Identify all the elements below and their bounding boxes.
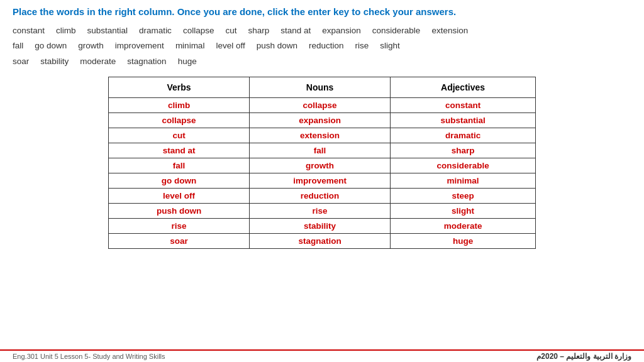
table-row: improvement: [250, 173, 391, 188]
footer-left: Eng.301 Unit 5 Lesson 5- Study and Writi…: [13, 353, 165, 360]
table-row: fall: [250, 143, 391, 158]
word-bank-item: dramatic: [139, 23, 172, 38]
word-bank-item: push down: [257, 38, 297, 53]
word-bank-item: stagnation: [127, 54, 166, 69]
table-row: extension: [250, 128, 391, 143]
table-row: level off: [109, 188, 250, 203]
categorization-table: Verbs Nouns Adjectives climbcollapsecons…: [108, 77, 536, 249]
table-row: rise: [250, 203, 391, 218]
word-bank-item: constant: [13, 23, 45, 38]
header-adjectives: Adjectives: [391, 77, 536, 97]
footer: Eng.301 Unit 5 Lesson 5- Study and Writi…: [0, 349, 644, 362]
table-row: climb: [109, 97, 250, 112]
word-bank-item: reduction: [309, 38, 344, 53]
word-bank-item: extension: [431, 23, 468, 38]
header-verbs: Verbs: [109, 77, 250, 97]
table-row: rise: [109, 218, 250, 233]
table-row: growth: [250, 158, 391, 173]
word-bank-item: collapse: [183, 23, 214, 38]
header-nouns: Nouns: [250, 77, 391, 97]
word-bank-item: minimal: [175, 38, 205, 53]
word-bank-item: stability: [40, 54, 69, 69]
word-bank-item: sharp: [248, 23, 269, 38]
table-container: Verbs Nouns Adjectives climbcollapsecons…: [13, 77, 631, 249]
word-bank: constantclimbsubstantialdramaticcollapse…: [13, 23, 631, 69]
table-row: expansion: [250, 112, 391, 128]
word-bank-item: level off: [216, 38, 245, 53]
table-row: cut: [109, 128, 250, 143]
table-row: moderate: [391, 218, 536, 233]
table-row: huge: [391, 233, 536, 248]
word-bank-item: go down: [35, 38, 67, 53]
table-row: push down: [109, 203, 250, 218]
word-bank-item: slight: [380, 38, 400, 53]
word-bank-item: fall: [13, 38, 23, 53]
table-row: slight: [391, 203, 536, 218]
word-bank-item: expansion: [322, 23, 361, 38]
footer-right: وزارة التربية والتعليم – 2020م: [536, 352, 631, 361]
table-row: sharp: [391, 143, 536, 158]
table-row: considerable: [391, 158, 536, 173]
table-row: minimal: [391, 173, 536, 188]
word-bank-item: growth: [78, 38, 104, 53]
table-row: substantial: [391, 112, 536, 128]
table-row: stand at: [109, 143, 250, 158]
word-bank-item: cut: [225, 23, 236, 38]
table-row: go down: [109, 173, 250, 188]
word-bank-item: rise: [355, 38, 369, 53]
table-row: stagnation: [250, 233, 391, 248]
table-row: soar: [109, 233, 250, 248]
word-bank-item: stand at: [280, 23, 311, 38]
word-bank-item: considerable: [372, 23, 421, 38]
word-bank-item: moderate: [80, 54, 116, 69]
table-row: collapse: [109, 112, 250, 128]
table-row: constant: [391, 97, 536, 112]
word-bank-item: improvement: [115, 38, 164, 53]
table-row: fall: [109, 158, 250, 173]
table-row: collapse: [250, 97, 391, 112]
instruction-text: Place the words in the right column. Onc…: [13, 6, 631, 17]
word-bank-item: climb: [56, 23, 76, 38]
table-row: stability: [250, 218, 391, 233]
table-row: steep: [391, 188, 536, 203]
word-bank-item: soar: [13, 54, 29, 69]
word-bank-item: substantial: [87, 23, 128, 38]
table-row: dramatic: [391, 128, 536, 143]
word-bank-item: huge: [178, 54, 197, 69]
table-row: reduction: [250, 188, 391, 203]
